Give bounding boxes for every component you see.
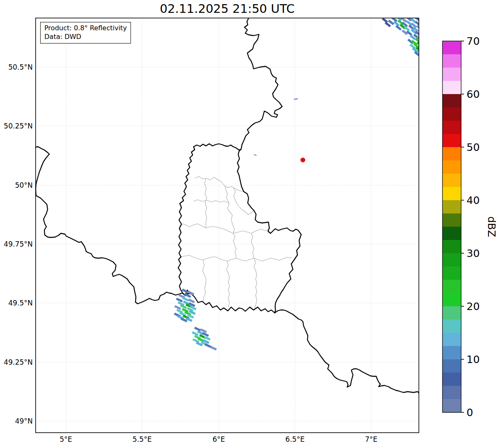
colorbar-tick-label: 10: [467, 354, 480, 366]
colorbar-segment: [442, 213, 461, 227]
colorbar-segment: [442, 94, 461, 108]
x-tick-label: 5.5°E: [133, 435, 152, 443]
colorbar-segment: [442, 253, 461, 267]
x-tick-label: 6°E: [213, 435, 225, 443]
colorbar-segment: [442, 346, 461, 360]
colorbar-segment: [442, 227, 461, 240]
colorbar-segment: [442, 174, 461, 187]
y-tick-label: 49.25°N: [4, 358, 33, 366]
colorbar-segment: [442, 399, 461, 413]
colorbar-segment: [442, 359, 461, 373]
colorbar-segment: [442, 107, 461, 121]
colorbar-segment: [442, 386, 461, 400]
colorbar-tick-label: 0: [467, 407, 473, 419]
product-info-line2: Data: DWD: [44, 32, 127, 41]
colorbar-tick-label: 50: [467, 141, 480, 153]
colorbar-segment: [442, 373, 461, 386]
x-tick-label: 6.5°E: [285, 435, 305, 443]
colorbar-segment: [442, 293, 461, 307]
x-tick-label: 5°E: [60, 435, 72, 443]
y-tick-label: 50°N: [15, 181, 33, 189]
x-tick-label: 7°E: [365, 435, 377, 443]
colorbar-segment: [442, 333, 461, 346]
colorbar-tick-label: 20: [467, 300, 480, 312]
colorbar-tick-label: 30: [467, 247, 480, 259]
colorbar-segment: [442, 266, 461, 280]
y-tick-label: 49.5°N: [8, 299, 33, 307]
colorbar-segment: [442, 134, 461, 148]
colorbar-segment: [442, 54, 461, 68]
y-tick-label: 50.5°N: [8, 63, 33, 71]
colorbar-segment: [442, 320, 461, 333]
colorbar-segment: [442, 240, 461, 254]
colorbar-segment: [442, 81, 461, 94]
colorbar-segment: [442, 160, 461, 174]
plot-title: 02.11.2025 21:50 UTC: [36, 2, 419, 16]
colorbar-tick-label: 70: [467, 35, 480, 47]
y-tick-label: 49°N: [15, 417, 33, 425]
colorbar-axis-label: dBZ: [486, 216, 498, 237]
colorbar-segment: [442, 121, 461, 134]
y-tick-label: 49.75°N: [4, 240, 33, 248]
colorbar-segment: [442, 306, 461, 320]
y-tick-label: 50.25°N: [4, 122, 33, 130]
map-plot: 5°E5.5°E6°E6.5°E7°E50.5°N50.25°N50°N49.7…: [0, 0, 498, 448]
colorbar-segment: [442, 41, 461, 55]
product-info-line1: Product: 0.8° Reflectivity: [44, 24, 127, 32]
product-info-box: Product: 0.8° Reflectivity Data: DWD: [40, 22, 131, 44]
colorbar-segment: [442, 200, 461, 214]
colorbar-segment: [442, 280, 461, 293]
colorbar-segment: [442, 187, 461, 201]
radar-figure: 02.11.2025 21:50 UTC 5°E5.5°E6°E6.5°E7°E…: [0, 0, 498, 448]
colorbar-tick-label: 60: [467, 88, 480, 100]
map-frame: [36, 18, 419, 433]
colorbar-segment: [442, 147, 461, 161]
colorbar-segment: [442, 68, 461, 81]
colorbar-tick-label: 40: [467, 194, 480, 206]
